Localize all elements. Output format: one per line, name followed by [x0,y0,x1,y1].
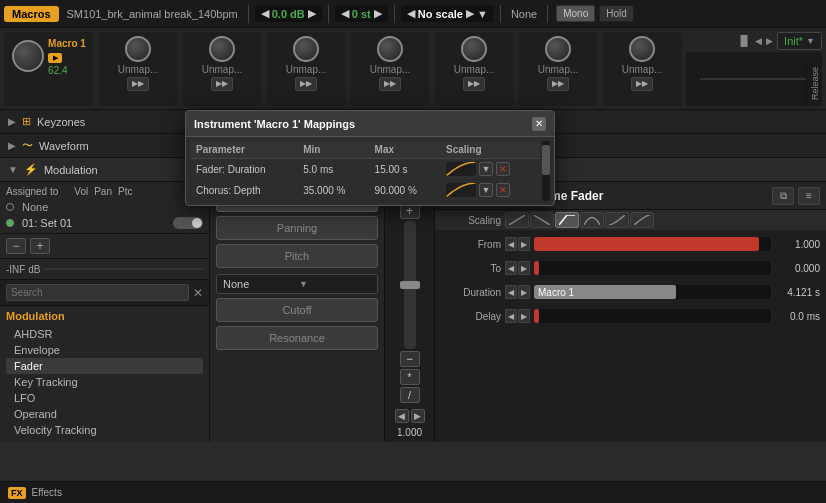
volume-arrow-left[interactable]: ◀ [261,7,269,20]
macros-button[interactable]: Macros [4,6,59,22]
shape-btn-3[interactable] [555,212,579,228]
input-slider[interactable] [404,221,416,349]
row2-parameter: Chorus: Depth [190,180,297,201]
arrow-right-btn[interactable]: ▶ [411,409,425,423]
to-bar-container [534,261,771,275]
duration-arrow-right[interactable]: ▶ [518,285,530,299]
row1-remove-btn[interactable]: ✕ [496,162,510,176]
none-dropdown[interactable]: None ▼ [216,274,378,294]
keyzones-icon: ⊞ [22,115,31,128]
mod-tree-item-velocity-tracking[interactable]: Velocity Tracking [6,422,203,438]
shape-btn-2[interactable] [530,212,554,228]
mod-tree-item-envelope[interactable]: Envelope [6,342,203,358]
macro-slot-3-btn[interactable]: ▶▶ [295,77,317,91]
macro-slot-2-btn[interactable]: ▶▶ [211,77,233,91]
scale-segment[interactable]: ◀ No scale ▶ ▼ [401,5,494,22]
dialog-close-btn[interactable]: ✕ [532,117,546,131]
pitch-arrow-left[interactable]: ◀ [341,7,349,20]
none-radio[interactable] [6,203,14,211]
row1-down-btn[interactable]: ▼ [479,162,493,176]
mod-tree-item-operand[interactable]: Operand [6,406,203,422]
macro-slot-5-btn[interactable]: ▶▶ [463,77,485,91]
input-star-btn[interactable]: * [400,369,420,385]
separator-4 [500,5,501,23]
shape-btn-1[interactable] [505,212,529,228]
macro-slot-6-label: Unmap... [538,64,579,75]
mono-button[interactable]: Mono [556,5,595,22]
pitch-arrow-right[interactable]: ▶ [374,7,382,20]
macro-slot-6-knob[interactable] [545,36,571,62]
volume-value: 0.0 dB [272,8,305,20]
right-arrow[interactable]: ▶ [766,36,773,46]
mod-tree-item-lfo[interactable]: LFO [6,390,203,406]
to-arrow-left[interactable]: ◀ [505,261,517,275]
scale-arrow-left[interactable]: ◀ [407,7,415,20]
shape-btn-5[interactable] [605,212,629,228]
arrow-left-btn[interactable]: ◀ [395,409,409,423]
macro-slot-5-knob[interactable] [461,36,487,62]
from-arrow-left[interactable]: ◀ [505,237,517,251]
scale-dropdown-icon[interactable]: ▼ [477,8,488,20]
macro-slot-1-knob[interactable] [125,36,151,62]
mod-tree-item-key-tracking[interactable]: Key Tracking [6,374,203,390]
resonance-btn[interactable]: Resonance [216,326,378,350]
shape-btn-6[interactable] [630,212,654,228]
row1-max: 15.00 s [369,159,440,180]
filename-label: SM101_brk_animal break_140bpm [67,8,238,20]
input-panel: Input + − * / ◀ ▶ 1.000 [385,182,435,442]
to-arrow-right[interactable]: ▶ [518,261,530,275]
search-clear-icon[interactable]: ✕ [193,286,203,300]
delay-arrow-right[interactable]: ▶ [518,309,530,323]
separator-5 [547,5,548,23]
shape-btn-4[interactable] [580,212,604,228]
scale-arrow-right[interactable]: ▶ [466,7,474,20]
cutoff-btn[interactable]: Cutoff [216,298,378,322]
macro-slot-1-btn[interactable]: ▶▶ [127,77,149,91]
row2-remove-btn[interactable]: ✕ [496,183,510,197]
set01-toggle[interactable] [173,217,203,229]
rph-menu-btn[interactable]: ≡ [798,187,820,205]
duration-value: 4.121 s [775,287,820,298]
left-arrow[interactable]: ◀ [755,36,762,46]
macro-1-knob[interactable] [12,40,44,72]
macro-slot-6-btn[interactable]: ▶▶ [547,77,569,91]
duration-arrow-left[interactable]: ◀ [505,285,517,299]
from-arrow-right[interactable]: ▶ [518,237,530,251]
dialog-table: Parameter Min Max Scaling Fader: Duratio… [190,141,540,201]
hold-button[interactable]: Hold [599,5,634,22]
volume-segment[interactable]: ◀ 0.0 dB ▶ [255,5,322,22]
mod-tree-item-ahdsr[interactable]: AHDSR [6,326,203,342]
macro-slot-4-btn[interactable]: ▶▶ [379,77,401,91]
from-row: From ◀ ▶ 1.000 [441,234,820,254]
search-input[interactable] [6,284,189,301]
pitch-btn[interactable]: Pitch [216,244,378,268]
panning-btn[interactable]: Panning [216,216,378,240]
macro-1-expand[interactable]: ▶ [48,53,62,63]
input-edit-btn[interactable]: / [400,387,420,403]
waveform-bar: -INF dB [0,259,209,280]
rph-copy-btn[interactable]: ⧉ [772,187,794,205]
assigned-to-section: Assigned to Vol Pan Ptc None 01: Set 01 [0,182,209,234]
input-minus-btn[interactable]: − [400,351,420,367]
mod-tree: Modulation AHDSR Envelope Fader Key Trac… [0,306,209,442]
macro-slot-3-knob[interactable] [293,36,319,62]
row2-down-btn[interactable]: ▼ [479,183,493,197]
macro-slot-2-label: Unmap... [202,64,243,75]
macro-slot-2: Unmap... ▶▶ [182,32,262,106]
init-dropdown[interactable]: Init* ▼ [777,32,822,50]
col-parameter: Parameter [190,141,297,159]
mod-add-btn[interactable]: + [30,238,50,254]
delay-arrow-left[interactable]: ◀ [505,309,517,323]
volume-arrow-right[interactable]: ▶ [308,7,316,20]
macro-slot-7-knob[interactable] [629,36,655,62]
macro-slot-2-knob[interactable] [209,36,235,62]
to-row: To ◀ ▶ 0.000 [441,258,820,278]
macro-slot-7-btn[interactable]: ▶▶ [631,77,653,91]
mod-tree-item-fader[interactable]: Fader [6,358,203,374]
mod-remove-btn[interactable]: − [6,238,26,254]
init-dropdown-arrow: ▼ [806,36,815,46]
macro-slot-4-knob[interactable] [377,36,403,62]
set01-radio[interactable] [6,219,14,227]
pitch-segment[interactable]: ◀ 0 st ▶ [335,5,388,22]
dialog-scroll-bar[interactable] [542,141,550,201]
